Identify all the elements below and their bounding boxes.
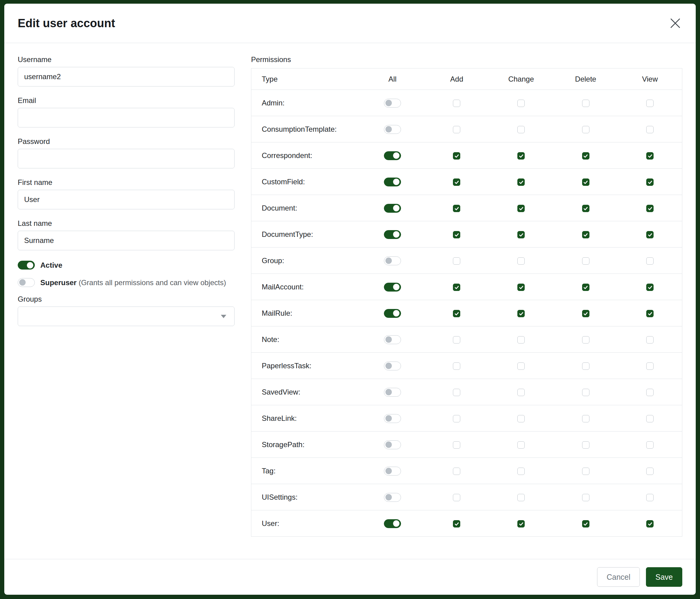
permission-all-toggle[interactable] bbox=[384, 335, 401, 344]
permission-delete-checkbox[interactable] bbox=[582, 310, 590, 317]
permission-row: MailRule: bbox=[251, 300, 682, 327]
permission-all-toggle[interactable] bbox=[384, 309, 401, 318]
permission-view-checkbox[interactable] bbox=[646, 178, 654, 186]
permission-all-toggle[interactable] bbox=[384, 493, 401, 502]
permission-add-checkbox[interactable] bbox=[453, 100, 460, 107]
save-button[interactable]: Save bbox=[646, 567, 682, 587]
close-button[interactable] bbox=[668, 16, 682, 30]
permissions-header-row: Type All Add Change Delete View bbox=[251, 69, 682, 90]
permission-delete-checkbox[interactable] bbox=[582, 152, 590, 160]
permission-add-checkbox[interactable] bbox=[453, 441, 460, 449]
permission-all-toggle[interactable] bbox=[384, 440, 401, 449]
permission-add-checkbox[interactable] bbox=[453, 231, 460, 238]
permission-view-checkbox[interactable] bbox=[646, 126, 654, 133]
first-name-label: First name bbox=[18, 178, 234, 187]
permission-all-toggle[interactable] bbox=[384, 362, 401, 370]
password-input[interactable] bbox=[18, 149, 234, 168]
permission-add-checkbox[interactable] bbox=[453, 152, 460, 160]
permission-view-checkbox[interactable] bbox=[646, 231, 654, 238]
permission-all-toggle[interactable] bbox=[384, 519, 401, 528]
permission-view-checkbox[interactable] bbox=[646, 468, 654, 475]
permission-change-checkbox[interactable] bbox=[517, 126, 525, 133]
permission-all-toggle[interactable] bbox=[384, 467, 401, 476]
username-input[interactable] bbox=[18, 67, 234, 87]
permission-view-checkbox[interactable] bbox=[646, 284, 654, 291]
permission-add-checkbox[interactable] bbox=[453, 415, 460, 422]
permission-change-checkbox[interactable] bbox=[517, 205, 525, 212]
permission-delete-checkbox[interactable] bbox=[582, 205, 590, 212]
permission-view-checkbox[interactable] bbox=[646, 100, 654, 107]
last-name-input[interactable] bbox=[18, 231, 234, 250]
permission-delete-checkbox[interactable] bbox=[582, 468, 590, 475]
permission-delete-checkbox[interactable] bbox=[582, 389, 590, 396]
permission-view-checkbox[interactable] bbox=[646, 494, 654, 501]
permission-all-toggle[interactable] bbox=[384, 283, 401, 291]
permission-delete-checkbox[interactable] bbox=[582, 362, 590, 370]
permission-view-checkbox[interactable] bbox=[646, 257, 654, 265]
permission-all-toggle[interactable] bbox=[384, 151, 401, 160]
permission-view-checkbox[interactable] bbox=[646, 415, 654, 422]
permission-view-checkbox[interactable] bbox=[646, 441, 654, 449]
first-name-input[interactable] bbox=[18, 190, 234, 209]
permission-add-checkbox[interactable] bbox=[453, 310, 460, 317]
permission-delete-checkbox[interactable] bbox=[582, 257, 590, 265]
email-input[interactable] bbox=[18, 108, 234, 127]
permission-change-checkbox[interactable] bbox=[517, 415, 525, 422]
permission-type-label: PaperlessTask: bbox=[251, 353, 360, 379]
permission-view-checkbox[interactable] bbox=[646, 389, 654, 396]
permission-add-checkbox[interactable] bbox=[453, 126, 460, 133]
permission-all-toggle[interactable] bbox=[384, 177, 401, 186]
permission-change-checkbox[interactable] bbox=[517, 362, 525, 370]
permission-all-toggle[interactable] bbox=[384, 414, 401, 423]
permission-change-checkbox[interactable] bbox=[517, 100, 525, 107]
permission-add-checkbox[interactable] bbox=[453, 178, 460, 186]
permission-add-checkbox[interactable] bbox=[453, 520, 460, 527]
permission-change-checkbox[interactable] bbox=[517, 441, 525, 449]
permission-change-checkbox[interactable] bbox=[517, 389, 525, 396]
permission-change-checkbox[interactable] bbox=[517, 231, 525, 238]
permission-change-checkbox[interactable] bbox=[517, 336, 525, 343]
superuser-toggle[interactable] bbox=[18, 278, 35, 287]
permission-add-checkbox[interactable] bbox=[453, 336, 460, 343]
permission-view-checkbox[interactable] bbox=[646, 205, 654, 212]
permission-change-checkbox[interactable] bbox=[517, 494, 525, 501]
permission-change-checkbox[interactable] bbox=[517, 284, 525, 291]
permission-change-checkbox[interactable] bbox=[517, 310, 525, 317]
permission-view-checkbox[interactable] bbox=[646, 152, 654, 160]
cancel-button[interactable]: Cancel bbox=[597, 567, 640, 587]
permission-change-checkbox[interactable] bbox=[517, 520, 525, 527]
permission-delete-checkbox[interactable] bbox=[582, 231, 590, 238]
permission-add-checkbox[interactable] bbox=[453, 389, 460, 396]
permission-delete-checkbox[interactable] bbox=[582, 415, 590, 422]
permission-add-checkbox[interactable] bbox=[453, 494, 460, 501]
permission-all-toggle[interactable] bbox=[384, 230, 401, 239]
permission-view-checkbox[interactable] bbox=[646, 362, 654, 370]
permission-delete-checkbox[interactable] bbox=[582, 100, 590, 107]
permission-delete-checkbox[interactable] bbox=[582, 520, 590, 527]
permission-change-checkbox[interactable] bbox=[517, 178, 525, 186]
permission-add-checkbox[interactable] bbox=[453, 284, 460, 291]
permission-delete-checkbox[interactable] bbox=[582, 126, 590, 133]
permission-delete-checkbox[interactable] bbox=[582, 494, 590, 501]
permission-delete-checkbox[interactable] bbox=[582, 284, 590, 291]
permission-delete-checkbox[interactable] bbox=[582, 336, 590, 343]
permission-all-toggle[interactable] bbox=[384, 204, 401, 213]
permission-change-checkbox[interactable] bbox=[517, 257, 525, 265]
active-toggle[interactable] bbox=[18, 261, 35, 269]
permission-change-checkbox[interactable] bbox=[517, 468, 525, 475]
permission-all-toggle[interactable] bbox=[384, 99, 401, 107]
permission-view-checkbox[interactable] bbox=[646, 336, 654, 343]
permission-add-checkbox[interactable] bbox=[453, 205, 460, 212]
permission-delete-checkbox[interactable] bbox=[582, 178, 590, 186]
permission-all-toggle[interactable] bbox=[384, 388, 401, 397]
permission-view-checkbox[interactable] bbox=[646, 520, 654, 527]
permission-all-toggle[interactable] bbox=[384, 125, 401, 134]
permission-add-checkbox[interactable] bbox=[453, 362, 460, 370]
groups-select[interactable] bbox=[18, 307, 234, 326]
permission-change-checkbox[interactable] bbox=[517, 152, 525, 160]
permission-add-checkbox[interactable] bbox=[453, 468, 460, 475]
permission-all-toggle[interactable] bbox=[384, 257, 401, 265]
permission-view-checkbox[interactable] bbox=[646, 310, 654, 317]
permission-add-checkbox[interactable] bbox=[453, 257, 460, 265]
permission-delete-checkbox[interactable] bbox=[582, 441, 590, 449]
